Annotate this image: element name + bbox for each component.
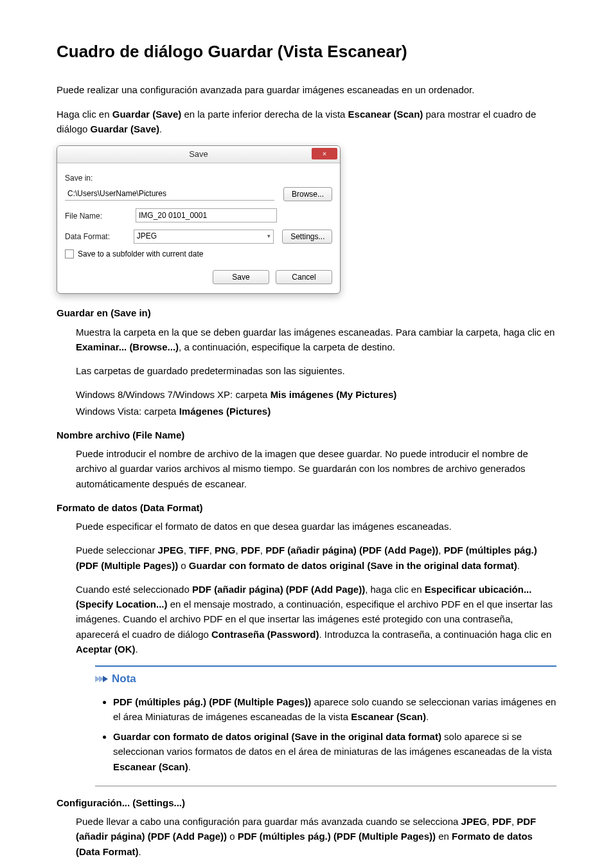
text: .: [139, 846, 141, 857]
text: , haga clic en: [365, 584, 425, 595]
save-in-input[interactable]: C:\Users\UserName\Pictures: [65, 187, 274, 201]
text-bold: PDF (múltiples pág.) (PDF (Multiple Page…: [113, 696, 311, 707]
text-bold: PDF: [492, 816, 511, 827]
text: Windows Vista: carpeta: [76, 406, 179, 417]
text-bold: Aceptar (OK): [76, 644, 136, 655]
file-name-input[interactable]: IMG_20 0101_0001: [136, 208, 277, 222]
section-file-name-title: Nombre archivo (File Name): [57, 428, 556, 442]
chevron-down-icon: ▾: [267, 232, 271, 241]
text-bold: JPEG: [461, 816, 487, 827]
data-format-select[interactable]: JPEG ▾: [134, 230, 274, 244]
intro-paragraph-2: Haga clic en Guardar (Save) en la parte …: [57, 107, 556, 137]
save-in-label: Save in:: [65, 172, 332, 185]
section-save-in-body: Muestra la carpeta en la que se deben gu…: [76, 325, 556, 419]
section-file-name-body: Puede introducir el nombre de archivo de…: [76, 446, 556, 491]
text: Puede introducir el nombre de archivo de…: [76, 446, 556, 491]
text-bold: PDF: [241, 545, 260, 556]
text-bold: Guardar (Save): [112, 109, 182, 120]
dialog-title-text: Save: [189, 148, 208, 161]
cancel-button[interactable]: Cancel: [276, 270, 332, 284]
data-format-value: JPEG: [137, 230, 157, 242]
page-title: Cuadro de diálogo Guardar (Vista Escanea…: [57, 39, 556, 64]
section-settings-title: Configuración... (Settings...): [57, 795, 556, 810]
note-icon: [95, 676, 107, 682]
text-bold: PDF (añadir página) (PDF (Add Page)): [265, 545, 438, 556]
data-format-label: Data Format:: [65, 231, 134, 243]
text: en la parte inferior derecha de la vista: [181, 109, 348, 120]
file-name-label: File Name:: [65, 210, 136, 222]
text: Windows 8/Windows 7/Windows XP: carpeta: [76, 389, 271, 400]
text: Puede llevar a cabo una configuración pa…: [76, 816, 461, 827]
text: Cuando esté seleccionado: [76, 584, 192, 595]
text: Haga clic en: [57, 109, 112, 120]
settings-button[interactable]: Settings...: [282, 230, 332, 244]
save-dialog: Save × Save in: C:\Users\UserName\Pictur…: [57, 145, 341, 294]
text-bold: Guardar con formato de datos original (S…: [113, 731, 441, 742]
text-bold: Imágenes (Pictures): [179, 406, 271, 417]
text-bold: PNG: [215, 545, 236, 556]
section-settings-body: Puede llevar a cabo una configuración pa…: [76, 814, 556, 859]
dialog-titlebar: Save ×: [57, 146, 340, 163]
note-item-1: PDF (múltiples pág.) (PDF (Multiple Page…: [113, 694, 556, 725]
text-bold: Guardar con formato de datos original (S…: [189, 560, 517, 571]
subfolder-label: Save to a subfolder with current date: [78, 248, 203, 260]
browse-button[interactable]: Browse...: [283, 187, 332, 201]
text-bold: JPEG: [158, 545, 184, 556]
text-bold: Examinar... (Browse...): [76, 341, 179, 352]
text: Las carpetas de guardado predeterminadas…: [76, 363, 556, 378]
section-data-format-body: Puede especificar el formato de datos en…: [76, 519, 556, 786]
section-save-in-title: Guardar en (Save in): [57, 305, 556, 320]
text: .: [426, 711, 429, 722]
text: Puede especificar el formato de datos en…: [76, 519, 556, 534]
text: Muestra la carpeta en la que se deben gu…: [76, 327, 555, 338]
text-bold: Mis imágenes (My Pictures): [271, 389, 397, 400]
save-button[interactable]: Save: [213, 270, 269, 284]
text-bold: Guardar (Save): [91, 123, 160, 134]
note-title: Nota: [112, 671, 136, 687]
text-bold: Escanear (Scan): [113, 761, 188, 772]
text-bold: PDF (múltiples pág.) (PDF (Multiple Page…: [238, 831, 436, 842]
text: .: [159, 123, 162, 134]
text: .: [188, 761, 191, 772]
section-data-format-title: Formato de datos (Data Format): [57, 500, 556, 515]
text-bold: Escanear (Scan): [351, 711, 426, 722]
note-box: Nota PDF (múltiples pág.) (PDF (Multiple…: [95, 665, 556, 786]
dialog-body: Save in: C:\Users\UserName\Pictures Brow…: [57, 163, 340, 293]
text: , a continuación, especifique la carpeta…: [179, 341, 395, 352]
text: o: [178, 560, 189, 571]
subfolder-checkbox[interactable]: [65, 249, 74, 258]
text-bold: Contraseña (Password): [211, 629, 319, 640]
note-item-2: Guardar con formato de datos original (S…: [113, 729, 556, 774]
text: .: [136, 644, 138, 655]
text: . Introduzca la contraseña, a continuaci…: [319, 629, 552, 640]
text: o: [227, 831, 238, 842]
close-button[interactable]: ×: [312, 148, 337, 159]
text-bold: TIFF: [189, 545, 209, 556]
text: en: [436, 831, 452, 842]
text-bold: PDF (añadir página) (PDF (Add Page)): [192, 584, 365, 595]
text-bold: Escanear (Scan): [348, 109, 423, 120]
text: Puede seleccionar: [76, 545, 158, 556]
intro-paragraph-1: Puede realizar una configuración avanzad…: [57, 82, 556, 97]
